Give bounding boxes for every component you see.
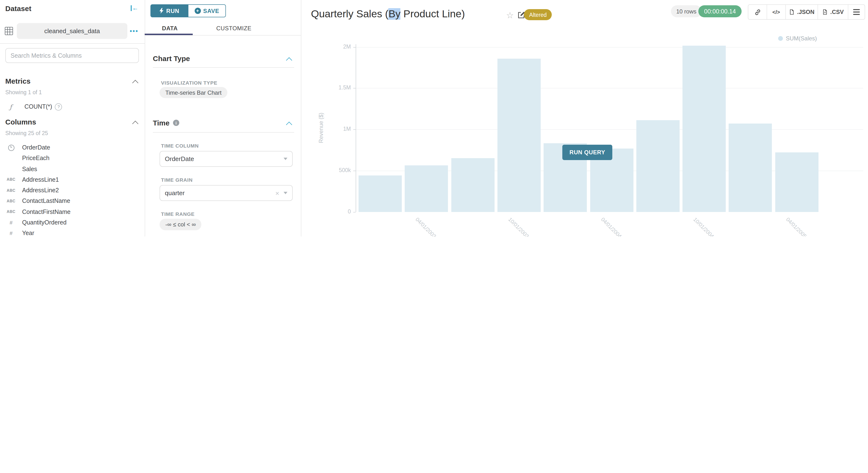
column-item-PriceEach[interactable]: PriceEach [0,153,144,164]
metrics-section-header: Metrics [5,77,31,85]
query-timer-badge: 00:00:00.14 [698,5,742,17]
y-axis-title: Revenue ($) [318,80,324,176]
bar-2003-07-01[interactable] [451,158,494,212]
collapse-sidebar-icon[interactable]: ← [131,5,138,11]
menu-icon[interactable] [848,5,865,19]
time-grain-label: TIME GRAIN [161,177,193,183]
time-grain-select[interactable]: quarter × [160,185,293,201]
table-icon [5,27,13,35]
legend-label: SUM(Sales) [786,35,817,42]
time-range-label: TIME RANGE [161,211,195,217]
gridline [356,88,863,89]
dataset-panel-title: Dataset [5,4,31,12]
info-icon: i [173,120,179,126]
y-tick-label: 0 [318,209,351,214]
x-tick-label: 10/01/2004 [692,216,715,236]
y-tick-mark [353,88,356,89]
y-tick-mark [353,171,356,171]
collapse-chart-type-icon[interactable] [286,57,292,63]
column-item-OrderDate[interactable]: OrderDate [0,142,144,153]
visualization-type-pill[interactable]: Time-series Bar Chart [160,87,227,98]
bar-2003-01-01[interactable] [359,175,402,212]
metrics-showing-count: Showing 1 of 1 [5,89,42,95]
export-csv-button[interactable]: .CSV [818,5,848,19]
number-type-icon: # [4,220,18,225]
superset-explore-page: Dataset ← cleaned_sales_data ••• Metrics… [0,0,868,236]
column-item-label: Sales [22,166,37,172]
column-item-label: AddressLine1 [22,177,59,183]
function-icon: ƒ [10,103,12,110]
column-item-label: ContactLastName [22,198,70,204]
metric-item[interactable]: ƒ COUNT(*) ? [0,101,144,112]
time-section-header: Time i [153,119,179,127]
favorite-star-icon[interactable]: ☆ [506,10,514,21]
bar-2004-10-01[interactable] [682,46,726,212]
tab-customize[interactable]: CUSTOMIZE [216,25,251,32]
chevron-down-icon [284,158,287,160]
time-column-value: OrderDate [165,155,284,162]
columns-showing-count: Showing 25 of 25 [5,130,48,136]
search-metrics-columns-input[interactable] [5,48,139,63]
row-count-badge: 10 rows [671,5,702,17]
column-item-label: OrderDate [22,144,50,151]
visualization-type-label: VISUALIZATION TYPE [161,80,217,86]
legend-marker-icon [778,36,783,41]
column-item-Year[interactable]: #Year [0,228,144,236]
lightning-icon [159,8,164,14]
column-item-AddressLine1[interactable]: ABCAddressLine1 [0,175,144,185]
run-button[interactable]: RUN [150,4,188,17]
bar-2005-04-01[interactable] [775,153,818,212]
time-range-pill[interactable]: -∞ ≤ col < ∞ [160,219,202,230]
dataset-name[interactable]: cleaned_sales_data [17,23,127,39]
y-tick-mark [353,47,356,48]
y-axis-line [356,44,356,212]
embed-code-icon[interactable]: </> [767,5,786,19]
column-item-label: QuantityOrdered [22,219,67,226]
columns-section-header: Columns [5,118,36,126]
bar-2003-10-01[interactable] [497,58,541,212]
time-column-label: TIME COLUMN [161,143,199,149]
x-tick-label: 10/01/2003 [507,216,530,236]
plus-circle-icon: + [195,8,201,14]
share-link-icon[interactable] [748,5,767,19]
text-type-icon: ABC [4,188,18,192]
collapse-metrics-icon[interactable] [132,80,138,86]
clear-icon[interactable]: × [275,189,279,197]
chart-legend[interactable]: SUM(Sales) [778,35,817,42]
time-type-icon [4,145,18,151]
column-item-ContactLastName[interactable]: ABCContactLastName [0,196,144,207]
collapse-time-icon[interactable] [286,122,292,128]
dataset-options-icon[interactable]: ••• [130,27,138,35]
column-item-label: PriceEach [22,155,50,162]
column-item-ContactFirstName[interactable]: ABCContactFirstName [0,207,144,217]
gridline [356,130,863,130]
bar-2004-07-01[interactable] [636,120,680,212]
export-json-button[interactable]: .JSON [786,5,818,19]
chevron-down-icon [284,192,287,194]
x-tick-label: 04/01/2005 [785,216,808,236]
collapse-columns-icon[interactable] [132,121,138,127]
bar-2005-01-01[interactable] [729,124,772,212]
x-tick-label: 04/01/2004 [600,216,623,236]
column-item-AddressLine2[interactable]: ABCAddressLine2 [0,185,144,196]
dataset-panel: Dataset ← cleaned_sales_data ••• Metrics… [0,0,145,236]
control-panel: RUN + SAVE DATA CUSTOMIZE Chart Type VIS… [145,0,301,236]
x-tick-label: 04/01/2003 [415,216,438,236]
y-tick-mark [353,212,356,213]
altered-badge[interactable]: Altered [524,9,552,20]
metric-item-label: COUNT(*) [25,103,52,110]
text-type-icon: ABC [4,199,18,203]
chart-title[interactable]: Quarterly Sales (By Product Line) [311,8,465,20]
chart-type-header: Chart Type [153,54,190,62]
save-button[interactable]: + SAVE [188,4,226,17]
bar-2003-04-01[interactable] [405,166,448,212]
number-type-icon: # [4,230,18,236]
time-column-select[interactable]: OrderDate [160,151,293,167]
tab-data[interactable]: DATA [162,25,178,32]
column-item-QuantityOrdered[interactable]: #QuantityOrdered [0,217,144,228]
column-item-label: ContactFirstName [22,209,70,215]
column-item-Sales[interactable]: Sales [0,164,144,174]
run-query-button[interactable]: RUN QUERY [562,145,612,160]
chart-area: Quarterly Sales (By Product Line) ☆ Alte… [301,0,868,236]
text-type-icon: ABC [4,178,18,182]
